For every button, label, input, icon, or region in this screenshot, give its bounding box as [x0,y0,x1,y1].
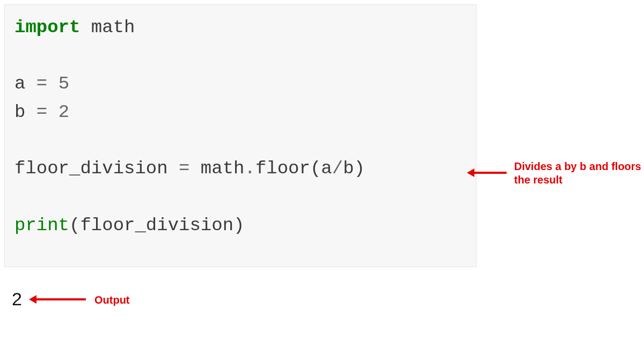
code-token: . [245,158,255,179]
code-token: / [332,158,343,179]
code-token: 2 [58,102,69,122]
code-line [14,42,466,70]
code-token: b) [343,158,365,179]
code-token: = [36,74,47,94]
code-token: floor(a [255,158,332,179]
code-token: floor_division [14,158,179,179]
code-token: print [14,215,69,236]
code-token: b [14,102,36,122]
code-token: math [80,17,135,38]
code-token: 5 [58,74,69,94]
code-block: import math a = 5b = 2 floor_division = … [4,4,477,267]
code-line: b = 2 [14,98,466,127]
code-line: floor_division = math.floor(a/b) [14,155,466,183]
code-line [14,183,466,211]
annotation-output-label: Output [94,294,130,306]
code-token: = [179,158,189,179]
annotation-code-comment: Divides a by b and floors the result [514,160,643,187]
code-token: = [36,102,47,122]
code-token [47,74,58,94]
code-token: a [14,74,36,94]
program-output: 2 [12,289,22,310]
code-token [47,102,58,122]
code-line [14,127,466,155]
code-line: import math [14,13,466,42]
document-stage: import math a = 5b = 2 floor_division = … [0,0,644,338]
code-token: math [189,158,244,179]
code-token: import [14,17,80,38]
code-token: (floor_division) [69,215,244,236]
code-line: a = 5 [14,70,466,98]
code-line: print(floor_division) [14,211,466,240]
